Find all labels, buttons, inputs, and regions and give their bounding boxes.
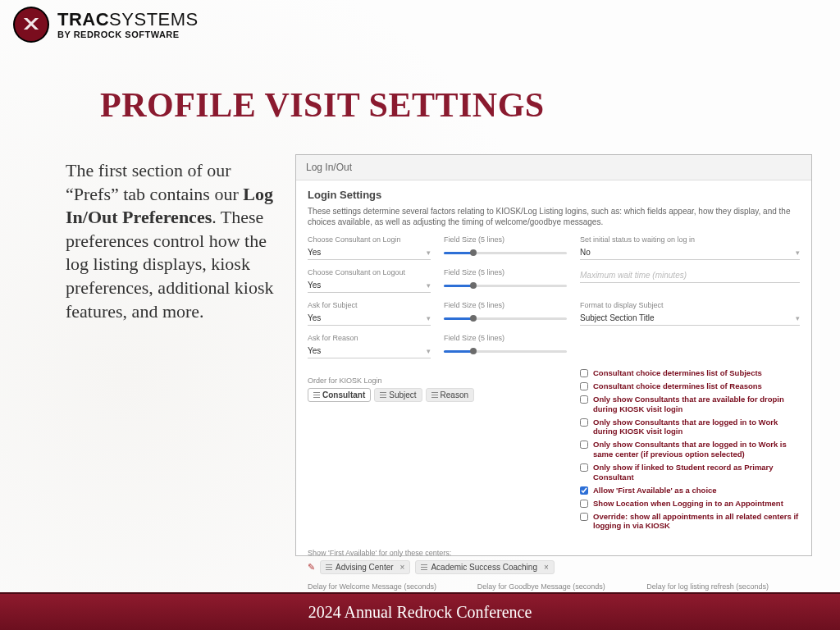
logo-icon: [13, 7, 49, 43]
checkbox-input-8[interactable]: [580, 513, 588, 521]
checkbox-input-3[interactable]: [580, 418, 588, 427]
drag-icon: [313, 392, 320, 399]
slider-1[interactable]: [444, 278, 567, 293]
select-1-left[interactable]: Yes▾: [308, 278, 431, 293]
checkbox-input-7[interactable]: [580, 500, 588, 508]
select-0-left[interactable]: Yes▾: [308, 245, 431, 260]
center-tag-1[interactable]: Academic Success Coaching×: [415, 560, 554, 574]
footer-bar: 2024 Annual Redrock Conference: [0, 594, 840, 630]
slider-2[interactable]: [444, 311, 567, 326]
select-0-right[interactable]: No▾: [580, 245, 800, 260]
settings-panel: Log In/Out Login Settings These settings…: [295, 154, 812, 556]
logo-line1a: TRAC: [57, 9, 109, 30]
checkbox-input-1[interactable]: [580, 382, 588, 390]
chevron-down-icon: ▾: [427, 281, 431, 290]
close-icon[interactable]: ×: [400, 563, 405, 572]
drag-icon: [326, 564, 332, 571]
select-1-right[interactable]: Maximum wait time (minutes): [580, 268, 800, 283]
center-tag-0[interactable]: Advising Center×: [320, 560, 410, 574]
checkbox-input-4[interactable]: [580, 441, 588, 449]
checkbox-4[interactable]: Only show Consultants that are logged in…: [580, 440, 800, 459]
chevron-down-icon: ▾: [427, 249, 431, 257]
checkbox-input-2[interactable]: [580, 395, 588, 404]
slider-0[interactable]: [444, 245, 567, 260]
page-title: PROFILE VISIT SETTINGS: [100, 85, 545, 125]
panel-header: Log In/Out: [296, 155, 811, 180]
checkbox-3[interactable]: Only show Consultants that are logged in…: [580, 418, 800, 437]
logo-line2: BY REDROCK SOFTWARE: [57, 30, 199, 39]
chevron-down-icon: ▾: [427, 347, 431, 355]
select-2-right[interactable]: Subject Section Title▾: [580, 311, 800, 326]
logo-line1b: SYSTEMS: [109, 9, 199, 30]
drag-icon: [431, 392, 438, 399]
checkbox-0[interactable]: Consultant choice determines list of Sub…: [580, 368, 800, 378]
checkbox-input-6[interactable]: [580, 486, 588, 495]
checkbox-5[interactable]: Only show if linked to Student record as…: [580, 463, 800, 482]
checkbox-input-0[interactable]: [580, 369, 588, 377]
order-chip-reason[interactable]: Reason: [426, 388, 474, 402]
drag-icon: [421, 564, 427, 571]
select-3-left[interactable]: Yes▾: [308, 344, 431, 358]
checkbox-8[interactable]: Override: show all appointments in all r…: [580, 512, 800, 532]
checkbox-6[interactable]: Allow 'First Available' as a choice: [580, 486, 800, 495]
chevron-down-icon: ▾: [796, 314, 800, 322]
checkbox-2[interactable]: Only show Consultants that are available…: [580, 395, 800, 414]
section-title: Login Settings: [308, 189, 800, 201]
edit-icon[interactable]: ✎: [308, 562, 315, 573]
order-chip-subject[interactable]: Subject: [374, 388, 422, 402]
centers-label: Show 'First Available' for only these ce…: [308, 549, 800, 557]
close-icon[interactable]: ×: [544, 563, 549, 572]
chevron-down-icon: ▾: [796, 249, 800, 257]
order-chip-consultant[interactable]: Consultant: [308, 388, 371, 402]
section-description: These settings determine several factors…: [308, 206, 800, 227]
description-paragraph: The first section of our “Prefs” tab con…: [66, 159, 283, 323]
footer-text: 2024 Annual Redrock Conference: [308, 603, 532, 622]
chevron-down-icon: ▾: [427, 314, 431, 322]
slider-3[interactable]: [444, 344, 567, 358]
drag-icon: [380, 392, 386, 399]
checkbox-input-5[interactable]: [580, 463, 588, 472]
select-2-left[interactable]: Yes▾: [308, 311, 431, 326]
checkbox-1[interactable]: Consultant choice determines list of Rea…: [580, 381, 800, 391]
logo: TRACSYSTEMS BY REDROCK SOFTWARE: [13, 7, 199, 43]
checkbox-7[interactable]: Show Location when Logging in to an Appo…: [580, 499, 800, 509]
